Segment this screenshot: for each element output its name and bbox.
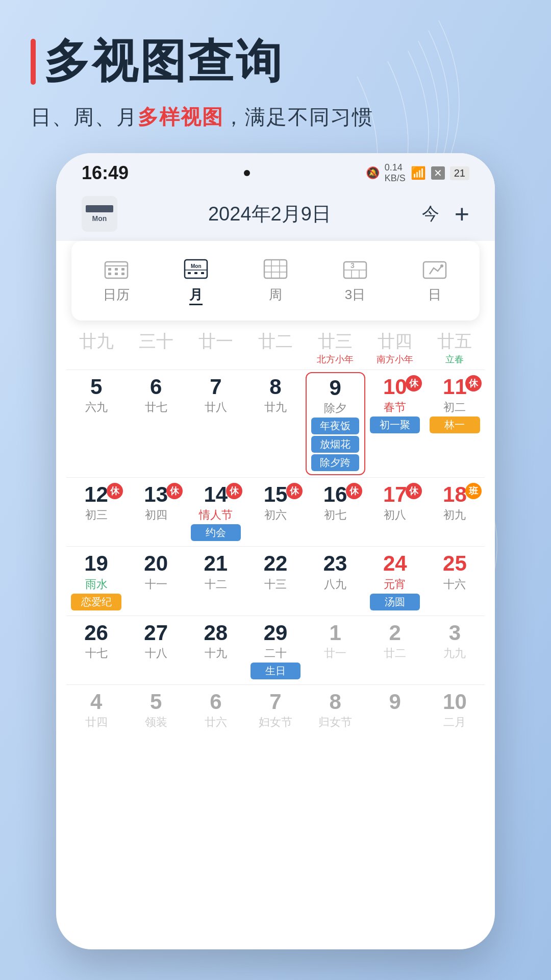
svg-text:3: 3 [350, 261, 355, 270]
cal-cell-7[interactable]: 7 廿八 [186, 372, 245, 475]
cal-cell-26[interactable]: 26 十七 [66, 618, 126, 682]
cal-row-4: 26 十七 27 十八 28 十九 29 二十 生日 1 廿一 2 [66, 618, 485, 682]
cal-cell-14[interactable]: 休 14 情人节 约会 [186, 480, 245, 544]
cal-cell-6[interactable]: 6 廿七 [126, 372, 186, 475]
date-lunar: 十三 [264, 577, 287, 592]
cal-cell-5[interactable]: 5 六九 [66, 372, 126, 475]
cal-cell-m4[interactable]: 4 廿四 [66, 687, 126, 748]
view-item-day[interactable]: 日 [409, 251, 460, 310]
cal-cell-29[interactable]: 29 二十 生日 [245, 618, 305, 682]
cal-cell-24[interactable]: 24 元宵 汤圆 [365, 549, 425, 613]
cal-cell-15[interactable]: 休 15 初六 [245, 480, 305, 544]
date-lunar: 十六 [443, 577, 466, 592]
view-label-week: 周 [269, 286, 282, 304]
date-lunar: 廿八 [205, 400, 227, 415]
svg-rect-25 [423, 262, 446, 278]
date-number: 13 [144, 483, 168, 506]
cal-cell-m1[interactable]: 1 廿一 [306, 618, 365, 682]
day-view-icon [419, 256, 450, 282]
cal-cell-25[interactable]: 25 十六 [425, 549, 485, 613]
date-lunar: 情人节 [199, 507, 233, 523]
cal-cell-22[interactable]: 22 十三 [245, 549, 305, 613]
event-tag: 初一聚 [370, 416, 420, 433]
cal-row-2: 休 12 初三 休 13 初四 休 14 情人节 约会 休 15 初六 休 [66, 480, 485, 544]
view-item-3day[interactable]: 3 3日 [330, 251, 381, 310]
view-item-calendar[interactable]: 日历 [91, 251, 142, 310]
date-number: 26 [84, 621, 108, 645]
cal-cell-9-today[interactable]: 9 除夕 年夜饭 放烟花 除夕跨 [306, 372, 365, 475]
cal-cell-m7[interactable]: 7 妇女节 [245, 687, 305, 748]
cal-cell-m5[interactable]: 5 领装 [126, 687, 186, 748]
date-number: 27 [144, 621, 168, 645]
svg-rect-9 [185, 260, 207, 278]
svg-rect-15 [264, 260, 287, 278]
calendar-view-icon [101, 256, 132, 282]
cal-cell-12[interactable]: 休 12 初三 [66, 480, 126, 544]
mon-calendar-icon[interactable]: Mon [82, 196, 117, 232]
cal-cell-m9[interactable]: 9 [365, 687, 425, 748]
battery-icon: 21 [450, 166, 469, 180]
today-button[interactable]: 今 [422, 202, 439, 226]
date-number: 17 [383, 483, 407, 506]
holiday-badge-rest: 休 [406, 483, 422, 499]
partial-cell-3: 廿二 [245, 326, 305, 370]
cal-cell-8[interactable]: 8 廿九 [245, 372, 305, 475]
date-number: 21 [204, 552, 228, 575]
cal-cell-m2[interactable]: 2 廿二 [365, 618, 425, 682]
view-item-week[interactable]: 周 [250, 251, 301, 310]
date-lunar: 初三 [85, 507, 108, 523]
date-number: 10 [383, 375, 407, 399]
event-tag: 放烟花 [311, 436, 360, 453]
date-number: 8 [329, 690, 341, 714]
cal-cell-m3[interactable]: 3 九九 [425, 618, 485, 682]
cal-cell-19[interactable]: 19 雨水 恋爱纪 [66, 549, 126, 613]
week-view-icon [260, 256, 291, 282]
date-number: 9 [389, 690, 401, 714]
status-icons: 🔕 0.14KB/S 📶 ✕ 21 [366, 162, 469, 184]
date-lunar: 初七 [324, 507, 346, 523]
date-number: 14 [204, 483, 228, 506]
cal-cell-23[interactable]: 23 八九 [306, 549, 365, 613]
svg-rect-13 [194, 272, 197, 274]
date-lunar: 十九 [205, 646, 227, 661]
date-lunar: 廿一 [324, 646, 346, 661]
cal-cell-21[interactable]: 21 十二 [186, 549, 245, 613]
status-camera-dot [244, 170, 250, 176]
date-lunar: 领装 [145, 715, 167, 730]
date-number: 4 [90, 690, 102, 714]
cal-cell-11[interactable]: 休 11 初二 林一 [425, 372, 485, 475]
header-date: 2024年2月9日 [208, 201, 331, 227]
date-lunar: 八九 [324, 577, 346, 592]
date-number: 25 [443, 552, 467, 575]
cal-cell-16[interactable]: 休 16 初七 [306, 480, 365, 544]
cal-cell-10[interactable]: 休 10 春节 初一聚 [365, 372, 425, 475]
cal-cell-13[interactable]: 休 13 初四 [126, 480, 186, 544]
header-right-actions: 今 + [422, 201, 469, 227]
date-number: 1 [329, 621, 341, 645]
date-lunar: 十七 [85, 646, 108, 661]
svg-rect-6 [108, 273, 111, 275]
date-number: 5 [90, 375, 102, 399]
cal-cell-28[interactable]: 28 十九 [186, 618, 245, 682]
date-lunar: 十二 [205, 577, 227, 592]
date-lunar: 廿九 [264, 400, 287, 415]
main-title-row: 多视图查询 [31, 31, 520, 93]
calendar-content: 廿九 三十 廿一 廿二 廿三 北方小年 廿四 南方小年 廿五 立春 [56, 321, 495, 750]
phone-mockup: 16:49 🔕 0.14KB/S 📶 ✕ 21 Mon 2024年2月9日 今 … [56, 153, 495, 949]
cal-cell-27[interactable]: 27 十八 [126, 618, 186, 682]
cal-cell-20[interactable]: 20 十一 [126, 549, 186, 613]
divider-1 [66, 477, 485, 478]
cal-cell-m8[interactable]: 8 归女节 [306, 687, 365, 748]
cal-cell-17[interactable]: 休 17 初八 [365, 480, 425, 544]
cal-cell-18[interactable]: 班 18 初九 [425, 480, 485, 544]
svg-point-26 [440, 264, 443, 267]
view-item-month[interactable]: Mon 月 [170, 251, 221, 310]
add-event-button[interactable]: + [455, 201, 469, 227]
cal-cell-m6[interactable]: 6 廿六 [186, 687, 245, 748]
date-lunar: 九九 [443, 646, 466, 661]
cal-cell-m10[interactable]: 10 二月 [425, 687, 485, 748]
event-tag: 约会 [191, 524, 241, 541]
view-label-calendar: 日历 [103, 286, 130, 304]
date-number: 7 [269, 690, 281, 714]
svg-rect-7 [115, 273, 118, 275]
